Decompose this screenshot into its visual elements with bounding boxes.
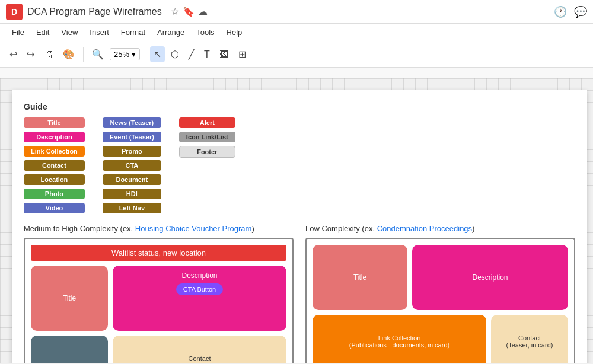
toolbar-separator-2: [145, 47, 145, 62]
guide-col-3: Alert Icon Link/List Footer: [179, 117, 235, 213]
undo-button[interactable]: ↩: [6, 46, 21, 62]
bookmark-icon[interactable]: 🔖: [183, 6, 195, 17]
low-link[interactable]: Condemnation Proceedings: [377, 224, 472, 233]
medium-contact-block: Contact (Teaser, in card): [113, 336, 286, 363]
print-button[interactable]: 🖨: [40, 47, 57, 62]
title-bar: D DCA Program Page Wireframes ☆ 🔖 ☁ 🕐 💬: [0, 0, 593, 24]
zoom-value: 25%: [114, 50, 129, 59]
menu-file[interactable]: File: [6, 25, 30, 39]
menu-arrange[interactable]: Arrange: [151, 25, 190, 39]
low-title-label: Low Complexity (ex. Condemnation Proceed…: [305, 224, 575, 233]
medium-title: Medium to High Complexity (ex. Housing C…: [24, 224, 294, 233]
shapes-tool[interactable]: ⬡: [167, 46, 183, 62]
guide-col-2: News (Teaser) Event (Teaser) Promo CTA D…: [103, 117, 161, 213]
medium-title-block: Title: [31, 266, 108, 331]
text-tool[interactable]: T: [200, 47, 213, 62]
toolbar-separator-1: [83, 47, 84, 62]
medium-bottom-row: Contact (Teaser, in card): [31, 336, 286, 363]
menu-format[interactable]: Format: [115, 25, 151, 39]
image-tool[interactable]: 🖼: [216, 47, 232, 62]
menu-insert[interactable]: Insert: [84, 25, 115, 39]
zoom-selector[interactable]: 25% ▾: [110, 48, 140, 60]
low-complexity-section: Low Complexity (ex. Condemnation Proceed…: [305, 224, 575, 363]
cursor-tool[interactable]: ↖: [150, 46, 165, 62]
history-icon[interactable]: 🕐: [554, 5, 567, 18]
badge-left-nav[interactable]: Left Nav: [103, 203, 161, 213]
toolbar: ↩ ↪ 🖨 🎨 🔍 25% ▾ ↖ ⬡ ╱ T 🖼 ⊞: [0, 41, 593, 68]
menu-help[interactable]: Help: [221, 25, 248, 39]
badge-description[interactable]: Description: [24, 132, 85, 142]
badge-contact[interactable]: Contact: [24, 160, 85, 171]
low-bottom-row: Link Collection (Publications - document…: [313, 315, 568, 363]
menu-view[interactable]: View: [55, 25, 84, 39]
cloud-icon[interactable]: ☁: [198, 6, 208, 17]
slide: Guide Title Description Link Collection …: [12, 90, 587, 363]
badge-document[interactable]: Document: [103, 174, 161, 185]
zoom-arrow: ▾: [132, 50, 136, 59]
badge-location[interactable]: Location: [24, 174, 85, 185]
diagrams-row: Medium to High Complexity (ex. Housing C…: [24, 224, 575, 363]
alert-bar: Waitlist status, new location: [31, 245, 286, 261]
comment-icon[interactable]: 💬: [574, 5, 587, 18]
badge-alert[interactable]: Alert: [179, 117, 235, 128]
badge-video[interactable]: Video: [24, 203, 85, 213]
ruler: [0, 68, 593, 78]
badge-promo[interactable]: Promo: [103, 146, 161, 157]
low-top-row: Title Description: [313, 245, 568, 310]
medium-top-row: Title Description CTA Button: [31, 266, 286, 331]
low-diagram-box: Title Description Link Collection (Publi…: [305, 238, 575, 363]
cta-inner-button[interactable]: CTA Button: [176, 283, 223, 295]
badge-hdi[interactable]: HDI: [103, 189, 161, 199]
badge-cta[interactable]: CTA: [103, 160, 161, 171]
medium-desc-block: Description CTA Button: [113, 266, 286, 331]
badge-icon-link-list[interactable]: Icon Link/List: [179, 132, 235, 142]
guide-col-1: Title Description Link Collection Contac…: [24, 117, 85, 213]
medium-diagram-box: Waitlist status, new location Title Desc…: [24, 238, 294, 363]
star-icon[interactable]: ☆: [171, 6, 179, 17]
menu-tools[interactable]: Tools: [190, 25, 220, 39]
badge-title[interactable]: Title: [24, 117, 85, 128]
badge-footer[interactable]: Footer: [179, 146, 235, 158]
line-tool[interactable]: ╱: [185, 46, 198, 62]
medium-link[interactable]: Housing Choice Voucher Program: [135, 224, 252, 233]
badge-news-teaser[interactable]: News (Teaser): [103, 117, 161, 128]
paint-format-button[interactable]: 🎨: [59, 46, 78, 62]
redo-button[interactable]: ↪: [23, 46, 38, 62]
medium-photo-block: [31, 336, 108, 363]
low-desc-block: Description: [412, 245, 568, 310]
badge-photo[interactable]: Photo: [24, 189, 85, 199]
topright-icons: 🕐 💬: [554, 5, 587, 18]
guide-section: Title Description Link Collection Contac…: [24, 117, 575, 213]
table-tool[interactable]: ⊞: [235, 46, 250, 62]
low-title-block: Title: [313, 245, 407, 310]
menubar: File Edit View Insert Format Arrange Too…: [0, 24, 593, 41]
medium-complexity-section: Medium to High Complexity (ex. Housing C…: [24, 224, 294, 363]
app-icon: D: [6, 4, 23, 20]
badge-link-collection[interactable]: Link Collection: [24, 146, 85, 157]
title-icons: ☆ 🔖 ☁: [169, 6, 209, 17]
menu-edit[interactable]: Edit: [30, 25, 55, 39]
zoom-out-button[interactable]: 🔍: [88, 46, 107, 62]
document-title: DCA Program Page Wireframes: [27, 7, 162, 17]
badge-event-teaser[interactable]: Event (Teaser): [103, 132, 161, 142]
guide-title: Guide: [24, 102, 575, 111]
low-link-collection-block: Link Collection (Publications - document…: [313, 315, 486, 363]
low-contact-block: Contact (Teaser, in card): [491, 315, 568, 363]
canvas-area[interactable]: Guide Title Description Link Collection …: [0, 78, 593, 363]
